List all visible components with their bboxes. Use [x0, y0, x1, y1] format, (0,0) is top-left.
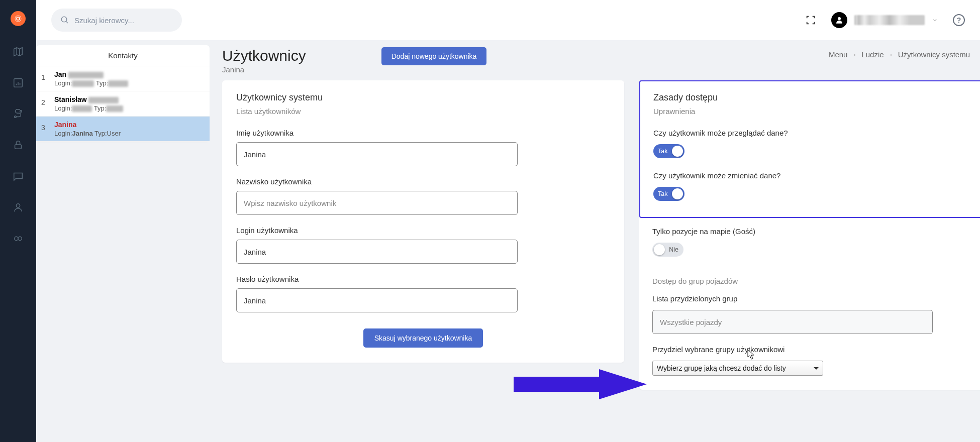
- breadcrumb: Menu › Ludzie › Użytkownicy systemu: [829, 47, 970, 59]
- contact-name: Jan: [54, 70, 66, 78]
- user-name: [854, 15, 925, 25]
- svg-point-6: [16, 204, 20, 207]
- can-view-label: Czy użytkownik może przeglądać dane?: [653, 129, 980, 137]
- page-title: Użytkownicy: [222, 47, 306, 64]
- toggle-knob: [654, 244, 665, 255]
- assigned-groups-label: Lista przydzielonych grup: [652, 294, 980, 303]
- svg-point-9: [61, 17, 67, 22]
- last-name-input[interactable]: [236, 191, 518, 215]
- access-title: Zasady dostępu: [653, 92, 980, 103]
- access-subtitle: Uprawnienia: [653, 107, 980, 116]
- contact-row[interactable]: 1 Jan Login: Typ:: [36, 66, 210, 91]
- chevron-right-icon: ›: [853, 51, 855, 58]
- lock-icon[interactable]: [13, 140, 24, 151]
- user-menu[interactable]: [831, 12, 938, 28]
- content-area: Kontakty 1 Jan Login: Typ: 2 Stanisław L…: [36, 40, 980, 442]
- contacts-header: Kontakty: [36, 45, 210, 66]
- row-index: 2: [36, 95, 50, 112]
- svg-point-10: [838, 17, 841, 20]
- search-wrap: [51, 9, 182, 32]
- link-icon[interactable]: [13, 233, 24, 244]
- svg-point-0: [17, 17, 20, 20]
- password-label: Hasło użytkownika: [236, 275, 610, 283]
- map-only-toggle[interactable]: Nie: [652, 243, 683, 257]
- chevron-down-icon: [932, 17, 938, 23]
- assign-select-label: Przydziel wybrane grupy użytkownikowi: [652, 345, 980, 354]
- add-user-button[interactable]: Dodaj nowego użytkownika: [381, 47, 487, 65]
- access-panel: Zasady dostępu Uprawnienia Czy użytkowni…: [639, 80, 980, 390]
- svg-point-3: [15, 116, 17, 118]
- can-edit-label: Czy użytkownik może zmieniać dane?: [653, 171, 980, 180]
- fullscreen-icon[interactable]: [805, 15, 816, 26]
- search-icon: [60, 16, 69, 25]
- message-icon[interactable]: [13, 171, 24, 182]
- breadcrumb-item[interactable]: Ludzie: [861, 50, 884, 59]
- first-name-input[interactable]: [236, 142, 518, 166]
- user-form-card: Użytkownicy systemu Lista użytkowników I…: [222, 80, 624, 363]
- delete-user-button[interactable]: Skasuj wybranego użytkownika: [363, 328, 483, 348]
- map-only-label: Tylko pozycje na mapie (Gość): [652, 227, 980, 236]
- svg-point-4: [20, 111, 22, 113]
- toggle-knob: [672, 146, 683, 157]
- svg-rect-5: [15, 145, 22, 149]
- card-subtitle: Lista użytkowników: [236, 107, 610, 116]
- svg-point-7: [15, 237, 18, 240]
- report-icon[interactable]: [13, 77, 24, 88]
- login-input[interactable]: [236, 240, 518, 264]
- permissions-section: Zasady dostępu Uprawnienia Czy użytkowni…: [639, 80, 980, 218]
- row-index: 3: [36, 121, 50, 137]
- card-title: Użytkownicy systemu: [236, 92, 610, 103]
- contact-name: Janina: [54, 121, 76, 129]
- assigned-groups-box[interactable]: Wszystkie pojazdy: [652, 310, 933, 334]
- breadcrumb-item[interactable]: Menu: [829, 50, 848, 59]
- sidebar-nav: [0, 0, 36, 442]
- search-input[interactable]: [74, 16, 173, 25]
- app-logo[interactable]: [11, 11, 26, 26]
- help-button[interactable]: ?: [953, 14, 965, 26]
- annotation-arrow: [514, 367, 654, 404]
- person-icon[interactable]: [13, 202, 24, 213]
- assign-group-select[interactable]: Wybierz grupę jaką chcesz dodać do listy: [652, 361, 823, 376]
- group-access-label: Dostęp do grup pojazdów: [652, 277, 980, 285]
- page-subtitle: Janina: [222, 65, 306, 74]
- breadcrumb-item[interactable]: Użytkownicy systemu: [898, 50, 970, 59]
- contacts-panel: Kontakty 1 Jan Login: Typ: 2 Stanisław L…: [36, 45, 210, 142]
- login-label: Login użytkownika: [236, 226, 610, 235]
- top-header: ?: [36, 0, 980, 40]
- svg-marker-11: [514, 369, 647, 399]
- contact-name: Stanisław: [54, 95, 87, 103]
- can-edit-toggle[interactable]: Tak: [653, 187, 684, 201]
- first-name-label: Imię użytkownika: [236, 129, 610, 137]
- row-index: 1: [36, 70, 50, 87]
- chevron-right-icon: ›: [890, 51, 892, 58]
- can-view-toggle[interactable]: Tak: [653, 144, 684, 158]
- toggle-knob: [672, 188, 683, 199]
- route-icon[interactable]: [13, 108, 24, 120]
- avatar: [831, 12, 847, 28]
- last-name-label: Nazwisko użytkownika: [236, 177, 610, 186]
- contact-row[interactable]: 3 Janina Login:Janina Typ:User: [36, 117, 210, 142]
- contact-row[interactable]: 2 Stanisław Login: Typ:: [36, 91, 210, 117]
- svg-point-8: [18, 237, 22, 240]
- password-input[interactable]: [236, 288, 518, 312]
- map-icon[interactable]: [13, 46, 24, 57]
- svg-point-1: [15, 16, 21, 22]
- page-head: Użytkownicy Janina Dodaj nowego użytkown…: [222, 47, 970, 74]
